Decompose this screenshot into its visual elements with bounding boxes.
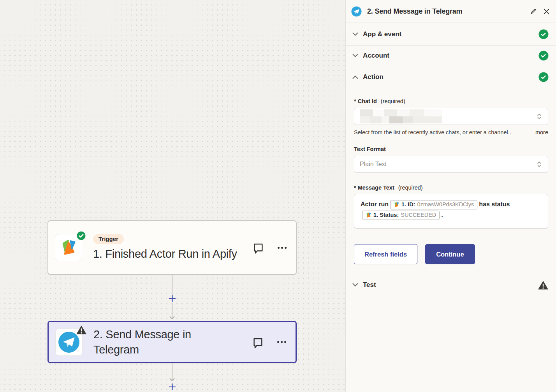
apify-app-icon (55, 234, 82, 261)
workflow-canvas[interactable]: Trigger 1. Finished Actor Run in Apify + (0, 0, 345, 392)
apify-logo-icon (394, 202, 399, 207)
field-token-status[interactable]: 1. Status:SUCCEEDED (362, 211, 440, 220)
chat-id-select[interactable] (354, 108, 548, 125)
trigger-step-card[interactable]: Trigger 1. Finished Actor Run in Apify (48, 220, 297, 275)
section-label: Test (363, 281, 533, 289)
required-note: (required) (381, 98, 405, 104)
section-action[interactable]: Action (346, 66, 556, 88)
chat-id-label: * Chat Id (required) (354, 98, 548, 104)
text-format-select[interactable]: Plain Text (354, 156, 548, 173)
more-link[interactable]: more (535, 129, 548, 135)
redacted-value (360, 109, 442, 124)
panel-title: 2. Send Message in Telegram (367, 7, 524, 16)
message-text-label: * Message Text (required) (354, 185, 548, 191)
refresh-fields-button[interactable]: Refresh fields (354, 244, 417, 264)
continue-button[interactable]: Continue (425, 244, 475, 264)
check-circle-icon (76, 230, 86, 241)
message-middle: has status (479, 201, 510, 207)
ellipsis-icon (277, 341, 286, 343)
check-circle-icon (538, 29, 549, 39)
chevron-down-icon (352, 32, 358, 36)
apify-logo-icon (60, 239, 77, 257)
close-panel-button[interactable] (543, 8, 550, 15)
comment-bubble-icon (252, 241, 264, 254)
step-success-badge (76, 230, 86, 241)
message-prefix: Actor run (361, 201, 389, 207)
add-note-button[interactable] (252, 241, 264, 254)
check-circle-icon (538, 51, 549, 61)
section-test[interactable]: Test (346, 275, 556, 295)
required-marker: * (354, 185, 356, 191)
step-menu-button[interactable] (277, 341, 286, 343)
message-suffix: . (441, 211, 443, 218)
add-note-button[interactable] (252, 336, 264, 348)
section-app-and-event[interactable]: App & event (346, 23, 556, 46)
section-label: Action (363, 73, 534, 81)
zap-editor: Trigger 1. Finished Actor Run in Apify + (0, 0, 556, 392)
trigger-badge: Trigger (93, 234, 124, 244)
message-text-input[interactable]: Actor run1. ID:0zmasW0Pds3KDClyshas stat… (354, 194, 548, 229)
panel-header: 2. Send Message in Telegram (346, 0, 556, 23)
chevron-down-icon (352, 54, 358, 58)
text-format-label: Text Format (354, 146, 548, 152)
action-step-title: 2. Send Message in Telegram (93, 327, 238, 357)
section-label: App & event (363, 30, 534, 38)
ellipsis-icon (278, 247, 287, 249)
field-token-id[interactable]: 1. ID:0zmasW0Pds3KDClys (390, 200, 477, 209)
telegram-app-icon (55, 329, 83, 356)
add-step-button[interactable]: + (168, 294, 176, 302)
required-note: (required) (398, 185, 423, 191)
step-settings-panel: 2. Send Message in Telegram App & e (345, 0, 556, 392)
select-chevrons-icon (536, 113, 542, 120)
chevron-up-icon (352, 75, 358, 79)
warning-triangle-icon (76, 325, 87, 335)
action-form: * Chat Id (required) Select from the lis… (346, 88, 556, 264)
warning-triangle-icon (538, 280, 549, 290)
chat-id-helper: Select from the list of recently active … (354, 129, 531, 135)
step-warning-badge (76, 325, 87, 336)
pencil-icon (530, 8, 537, 15)
action-step-card[interactable]: 2. Send Message in Telegram (48, 321, 297, 363)
add-step-button[interactable]: + (168, 382, 176, 391)
chevron-down-icon (352, 283, 358, 287)
required-marker: * (354, 98, 356, 104)
select-chevrons-icon (536, 160, 542, 168)
comment-bubble-icon (252, 336, 264, 348)
section-label: Account (363, 52, 534, 60)
step-menu-button[interactable] (278, 247, 287, 249)
check-circle-icon (538, 72, 549, 82)
rename-step-button[interactable] (530, 8, 537, 15)
section-account[interactable]: Account (346, 46, 556, 66)
text-format-value: Plain Text (360, 161, 387, 168)
trigger-step-title: 1. Finished Actor Run in Apify (93, 246, 237, 262)
telegram-logo-icon (351, 6, 362, 17)
close-icon (543, 8, 550, 15)
apify-logo-icon (366, 212, 371, 218)
arrow-down-icon (169, 316, 175, 320)
